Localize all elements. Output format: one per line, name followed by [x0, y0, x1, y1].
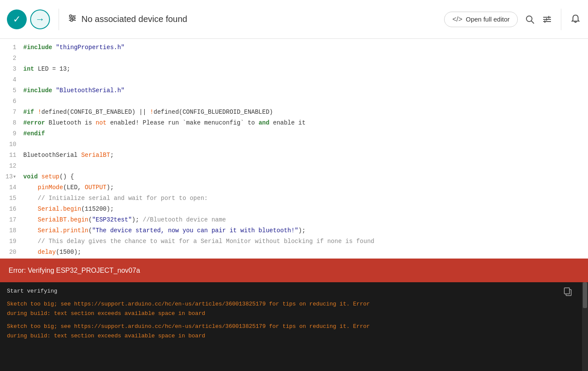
toolbar-left: ✓ → — [7, 9, 50, 29]
arrow-right-icon: → — [35, 14, 45, 25]
console-line-2: Sketch too big; see https://support.ardu… — [7, 299, 581, 309]
code-line-7: #if !defined(CONFIG_BT_ENABLED) || !defi… — [22, 107, 588, 118]
code-line-2 — [22, 53, 588, 64]
svg-point-4 — [73, 17, 75, 19]
code-line-11: BluetoothSerial SerialBT; — [22, 150, 588, 161]
code-line-10 — [22, 139, 588, 150]
copy-console-button[interactable] — [563, 287, 572, 298]
console-line-3b: during build: text section exceeds avail… — [7, 331, 581, 341]
code-line-1: #include "thingProperties.h" — [22, 42, 588, 53]
console-line-3: Sketch too big; see https://support.ardu… — [7, 322, 581, 331]
console-scrollbar[interactable] — [582, 282, 588, 371]
code-line-16: Serial.begin(115200); — [22, 204, 588, 215]
code-line-19: // This delay gives the chance to wait f… — [22, 236, 588, 247]
code-editor[interactable]: 1 2 3 4 5 6 7 8 9 10 11 12 13▾ 14 15 16 … — [0, 39, 588, 259]
check-icon: ✓ — [13, 14, 21, 25]
console-area: Start verifying Sketch too big; see http… — [0, 282, 588, 371]
code-line-6 — [22, 96, 588, 107]
code-content: #include "thingProperties.h" int LED = 1… — [22, 39, 588, 259]
line-numbers: 1 2 3 4 5 6 7 8 9 10 11 12 13▾ 14 15 16 … — [0, 39, 22, 259]
open-full-editor-button[interactable]: </> Open full editor — [444, 12, 518, 27]
debug-icon — [542, 14, 552, 25]
toolbar: ✓ → No associated device found </> Open … — [0, 0, 588, 39]
device-label: No associated device found — [81, 14, 187, 24]
console-text: Start verifying Sketch too big; see http… — [7, 287, 581, 341]
toolbar-divider-2 — [561, 9, 561, 30]
toolbar-divider-1 — [59, 9, 59, 30]
search-icon — [525, 14, 535, 25]
code-brackets-icon: </> — [452, 16, 462, 23]
scrollbar-thumb — [583, 282, 587, 308]
code-line-18: Serial.println("The device started, now … — [22, 225, 588, 236]
code-line-3: int LED = 13; — [22, 64, 588, 75]
upload-button[interactable]: → — [30, 9, 50, 29]
code-line-13: void setup() { — [22, 171, 588, 182]
device-section: No associated device found — [68, 13, 439, 25]
copy-icon — [563, 287, 572, 296]
svg-point-5 — [71, 19, 73, 22]
code-line-4 — [22, 75, 588, 85]
code-line-21 — [22, 258, 588, 259]
code-line-9: #endif — [22, 128, 588, 139]
bell-icon — [570, 14, 581, 25]
code-line-17: SerialBT.begin("ESP32test"); //Bluetooth… — [22, 215, 588, 225]
verify-button[interactable]: ✓ — [7, 9, 27, 29]
search-button[interactable] — [525, 14, 535, 25]
code-line-14: pinMode(LED, OUTPUT); — [22, 182, 588, 193]
svg-line-7 — [532, 21, 534, 23]
open-editor-label: Open full editor — [466, 16, 510, 23]
error-message: Error: Verifying ESP32_PROJECT_nov07a — [9, 267, 140, 274]
console-line-1: Start verifying — [7, 287, 581, 296]
console-line-2b: during build: text section exceeds avail… — [7, 309, 581, 318]
code-line-15: // Initialize serial and wait for port t… — [22, 193, 588, 204]
error-bar: Error: Verifying ESP32_PROJECT_nov07a — [0, 259, 588, 282]
notifications-button[interactable] — [570, 14, 581, 25]
svg-point-3 — [70, 15, 72, 17]
code-line-8: #error Bluetooth is not enabled! Please … — [22, 118, 588, 128]
svg-rect-15 — [564, 288, 569, 294]
toolbar-right: </> Open full editor — [444, 9, 581, 30]
debug-button[interactable] — [542, 14, 552, 25]
code-line-5: #include "BluetoothSerial.h" — [22, 85, 588, 96]
sliders-icon — [68, 13, 77, 25]
code-line-12 — [22, 161, 588, 171]
code-line-20: delay(1500); — [22, 247, 588, 258]
